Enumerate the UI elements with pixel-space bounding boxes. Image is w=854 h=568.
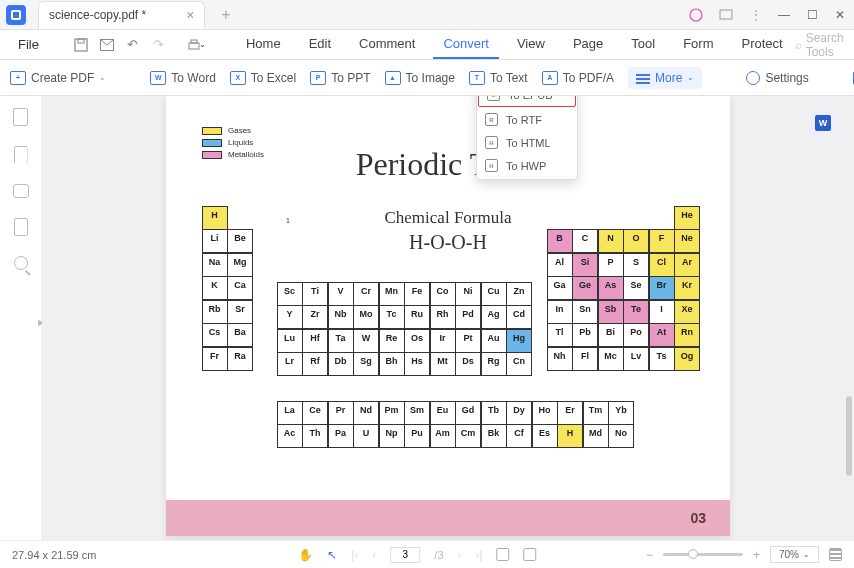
- menu-tab-edit[interactable]: Edit: [299, 30, 341, 59]
- periodic-f-block: LaCePrNdPmSmEuGdTbDyHoErTmYbAcThPaUNpPuA…: [277, 401, 634, 448]
- element-cell: Np: [379, 424, 405, 448]
- zoom-in-icon[interactable]: +: [753, 548, 760, 562]
- undo-icon[interactable]: ↶: [125, 37, 141, 53]
- element-cell: Ta: [328, 329, 354, 353]
- menu-tab-tool[interactable]: Tool: [621, 30, 665, 59]
- element-cell: Og: [674, 347, 700, 371]
- element-cell: Sg: [353, 352, 379, 376]
- first-page-icon[interactable]: |‹: [351, 548, 358, 562]
- element-cell: Ba: [227, 323, 253, 347]
- element-cell: P: [598, 253, 624, 277]
- menu-tab-view[interactable]: View: [507, 30, 555, 59]
- present-icon[interactable]: [718, 7, 734, 23]
- element-cell: Ne: [674, 229, 700, 253]
- menu-tab-page[interactable]: Page: [563, 30, 613, 59]
- element-cell: Ra: [227, 347, 253, 371]
- select-tool-icon[interactable]: ↖: [327, 548, 337, 562]
- element-cell: Br: [649, 276, 675, 300]
- zoom-slider[interactable]: [663, 553, 743, 556]
- close-tab-icon[interactable]: ×: [186, 7, 194, 23]
- menu-tab-form[interactable]: Form: [673, 30, 723, 59]
- word-icon: W: [150, 71, 166, 85]
- add-tab-button[interactable]: +: [215, 6, 236, 24]
- redo-icon[interactable]: ↷: [151, 37, 167, 53]
- element-cell: Es: [532, 424, 558, 448]
- element-cell: Sr: [227, 300, 253, 324]
- vertical-scrollbar[interactable]: [846, 396, 852, 476]
- dropdown-item-to-rtf[interactable]: RTo RTF: [477, 108, 577, 131]
- menu-tab-comment[interactable]: Comment: [349, 30, 425, 59]
- element-cell: Li: [202, 229, 228, 253]
- dropdown-label: To EPUB: [508, 96, 553, 101]
- sidebar-search-icon[interactable]: [14, 256, 28, 270]
- save-icon[interactable]: [73, 37, 89, 53]
- to-image-button[interactable]: ▲To Image: [385, 71, 455, 85]
- page-number-label: 03: [690, 510, 706, 526]
- kebab-icon[interactable]: ⋮: [748, 7, 764, 23]
- element-cell: Eu: [430, 401, 456, 425]
- dropdown-item-to-html[interactable]: HTo HTML: [477, 131, 577, 154]
- format-icon: H: [485, 136, 498, 149]
- comments-icon[interactable]: [13, 184, 29, 198]
- dropdown-item-to-hwp[interactable]: HTo HWP: [477, 154, 577, 177]
- create-pdf-icon: +: [10, 71, 26, 85]
- element-cell: Db: [328, 352, 354, 376]
- print-chevron-icon[interactable]: ⌄: [199, 37, 206, 53]
- element-cell: Th: [302, 424, 328, 448]
- element-cell: H: [202, 206, 228, 230]
- content-area: ▶ GasesLiquidsMetalloids Periodic Table …: [0, 96, 854, 540]
- menu-tab-convert[interactable]: Convert: [433, 30, 499, 59]
- menu-tab-home[interactable]: Home: [236, 30, 291, 59]
- menu-tabs: HomeEditCommentConvertViewPageToolFormPr…: [236, 30, 793, 59]
- element-cell: Nh: [547, 347, 573, 371]
- element-cell: Mg: [227, 253, 253, 277]
- view-mode-icon[interactable]: [829, 548, 842, 561]
- to-pdfa-button[interactable]: ATo PDF/A: [542, 71, 614, 85]
- to-word-button[interactable]: WTo Word: [150, 71, 215, 85]
- create-pdf-button[interactable]: + Create PDF ⌄: [10, 71, 106, 85]
- element-cell: Sb: [598, 300, 624, 324]
- element-cell: Kr: [674, 276, 700, 300]
- to-excel-button[interactable]: XTo Excel: [230, 71, 296, 85]
- element-cell: At: [649, 323, 675, 347]
- prev-page-icon[interactable]: ‹: [372, 548, 376, 562]
- hand-tool-icon[interactable]: ✋: [298, 548, 313, 562]
- fit-page-icon[interactable]: [524, 548, 537, 561]
- element-cell: Cd: [506, 305, 532, 329]
- element-cell: Bi: [598, 323, 624, 347]
- settings-button[interactable]: Settings: [746, 71, 808, 85]
- zoom-value[interactable]: 70%⌄: [770, 546, 819, 563]
- element-cell: Tl: [547, 323, 573, 347]
- dropdown-item-to-epub[interactable]: ETo EPUB: [478, 96, 576, 107]
- file-menu[interactable]: File: [8, 37, 49, 52]
- element-cell: In: [547, 300, 573, 324]
- zoom-out-icon[interactable]: −: [646, 548, 653, 562]
- word-export-badge[interactable]: W: [810, 110, 836, 136]
- last-page-icon[interactable]: ›|: [476, 548, 483, 562]
- document-tab[interactable]: science-copy.pdf * ×: [38, 1, 205, 29]
- menu-tab-protect[interactable]: Protect: [731, 30, 792, 59]
- to-pdfa-label: To PDF/A: [563, 71, 614, 85]
- maximize-button[interactable]: ☐: [798, 0, 826, 30]
- thumbnails-icon[interactable]: [13, 108, 28, 126]
- document-canvas[interactable]: GasesLiquidsMetalloids Periodic Table 1 …: [42, 96, 854, 540]
- bookmarks-icon[interactable]: [14, 146, 28, 164]
- page-number-input[interactable]: [390, 547, 420, 563]
- search-placeholder: Search Tools: [806, 31, 853, 59]
- to-ppt-button[interactable]: PTo PPT: [310, 71, 370, 85]
- close-window-button[interactable]: ✕: [826, 0, 854, 30]
- element-cell: Ni: [455, 282, 481, 306]
- more-icon: [636, 71, 650, 85]
- fit-width-icon[interactable]: [497, 548, 510, 561]
- to-text-button[interactable]: TTo Text: [469, 71, 528, 85]
- mail-icon[interactable]: [99, 37, 115, 53]
- next-page-icon[interactable]: ›: [458, 548, 462, 562]
- more-button[interactable]: More⌄: [628, 67, 702, 89]
- minimize-button[interactable]: —: [770, 0, 798, 30]
- search-tools[interactable]: ⌕ Search Tools: [795, 31, 853, 59]
- page-total-label: /3: [434, 549, 443, 561]
- cloud-icon[interactable]: [688, 7, 704, 23]
- element-cell: Nd: [353, 401, 379, 425]
- attachments-icon[interactable]: [14, 218, 28, 236]
- element-cell: Al: [547, 253, 573, 277]
